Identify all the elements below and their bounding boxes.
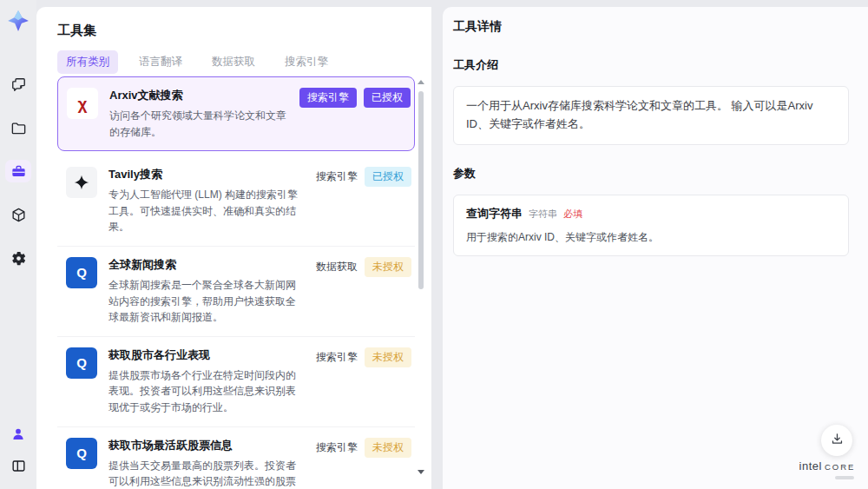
category-tabs: 所有类别 语言翻译 数据获取 搜索引擎: [57, 50, 337, 74]
panels-icon: [10, 458, 27, 474]
tab-all-categories[interactable]: 所有类别: [57, 50, 118, 74]
status-badge: 未授权: [365, 438, 411, 458]
scroll-up-arrow-icon[interactable]: [418, 80, 424, 84]
list-scrollbar[interactable]: [418, 80, 424, 485]
intro-text: 一个用于从Arxiv存储库搜索科学论文和文章的工具。 输入可以是Arxiv ID…: [466, 97, 836, 134]
sidebar-item-collapse[interactable]: [5, 454, 31, 477]
category-label: 搜索引擎: [316, 167, 358, 187]
tool-description: 专为人工智能代理 (LLM) 构建的搜索引擎工具。可快速提供实时、准确和真实的结…: [108, 187, 305, 235]
tool-card-tavily[interactable]: Tavily搜索 专为人工智能代理 (LLM) 构建的搜索引擎工具。可快速提供实…: [57, 156, 415, 247]
tool-list: χ Arxiv文献搜索 访问各个研究领域大量科学论文和文章的存储库。 搜索引擎 …: [57, 76, 415, 489]
intel-core-logo: intelCORE: [799, 458, 856, 479]
tool-card-arxiv[interactable]: χ Arxiv文献搜索 访问各个研究领域大量科学论文和文章的存储库。 搜索引擎 …: [57, 76, 415, 151]
sidebar-item-plugins[interactable]: [5, 203, 31, 226]
sidebar-item-chat[interactable]: [5, 73, 31, 96]
tool-description: 访问各个研究领域大量科学论文和文章的存储库。: [109, 108, 288, 140]
folder-icon: [10, 120, 27, 136]
app-logo-icon[interactable]: [7, 9, 30, 33]
status-badge: 已授权: [364, 88, 411, 108]
intro-heading: 工具介绍: [453, 57, 849, 73]
sidebar-item-settings[interactable]: [5, 247, 31, 269]
param-name: 查询字符串: [466, 206, 523, 221]
stock-search-icon: Q: [66, 347, 97, 379]
sparkle-icon: [66, 167, 97, 198]
tool-name: Tavily搜索: [108, 167, 305, 182]
arxiv-icon: χ: [67, 88, 98, 119]
detail-title: 工具详情: [453, 19, 849, 35]
tool-card-stock-sectors[interactable]: Q 获取股市各行业表现 提供股票市场各个行业在特定时间段内的表现。投资者可以利用…: [57, 337, 415, 427]
chat-icon: [10, 76, 27, 93]
page-title: 工具集: [57, 23, 96, 39]
tool-card-global-news[interactable]: Q 全球新闻搜索 全球新闻搜索是一个聚合全球各大新闻网站内容的搜索引擎，帮助用户…: [57, 247, 415, 337]
download-icon: [830, 432, 845, 450]
param-description: 用于搜索的Arxiv ID、关键字或作者姓名。: [466, 229, 836, 245]
tool-description: 全球新闻搜索是一个聚合全球各大新闻网站内容的搜索引擎，帮助用户快速获取全球最新资…: [108, 277, 305, 326]
toolbox-icon: [10, 163, 27, 180]
param-required-flag: 必填: [563, 208, 582, 221]
tool-name: 获取股市各行业表现: [108, 347, 305, 363]
tool-description: 提供股票市场各个行业在特定时间段内的表现。投资者可以利用这些信息来识别表现优于或…: [108, 367, 305, 416]
gear-icon: [10, 250, 27, 267]
tab-search-engine[interactable]: 搜索引擎: [276, 50, 337, 74]
cube-icon: [10, 207, 27, 223]
download-button[interactable]: [821, 425, 852, 456]
category-label: 搜索引擎: [316, 347, 358, 367]
scroll-down-arrow-icon[interactable]: [418, 470, 424, 474]
sidebar-item-files[interactable]: [5, 116, 31, 139]
intel-wordmark: intel: [799, 459, 822, 472]
intro-card: 一个用于从Arxiv存储库搜索科学论文和文章的工具。 输入可以是Arxiv ID…: [453, 86, 849, 145]
intel-core-sub-badge: [835, 476, 854, 479]
tool-name: 获取市场最活跃股票信息: [108, 438, 305, 453]
tool-name: 全球新闻搜索: [108, 257, 305, 273]
sidebar-item-profile[interactable]: [5, 423, 31, 446]
scrollbar-thumb[interactable]: [418, 91, 424, 289]
app-sidebar: [0, 0, 36, 489]
tool-card-active-stocks[interactable]: Q 获取市场最活跃股票信息 提供当天交易量最高的股票列表。投资者可以利用这些信息…: [57, 427, 415, 489]
sidebar-item-tools[interactable]: [5, 160, 31, 182]
stock-search-icon: Q: [66, 438, 97, 469]
param-type: 字符串: [529, 208, 557, 221]
tab-data-fetch[interactable]: 数据获取: [203, 50, 264, 74]
category-badge: 搜索引擎: [299, 88, 357, 108]
status-badge: 未授权: [365, 257, 411, 277]
tool-list-panel: 工具集 所有类别 语言翻译 数据获取 搜索引擎 χ Arxiv文献搜索 访问各个…: [36, 7, 431, 489]
status-badge: 未授权: [365, 347, 411, 367]
params-heading: 参数: [453, 166, 849, 182]
tool-name: Arxiv文献搜索: [109, 88, 288, 103]
user-icon: [10, 426, 26, 442]
tool-detail-panel: 工具详情 工具介绍 一个用于从Arxiv存储库搜索科学论文和文章的工具。 输入可…: [443, 7, 868, 489]
category-label: 搜索引擎: [316, 438, 358, 458]
category-label: 数据获取: [316, 257, 358, 277]
tool-description: 提供当天交易量最高的股票列表。投资者可以利用这些信息来识别流动性强的股票和潜在的…: [108, 458, 305, 489]
tab-language-translation[interactable]: 语言翻译: [130, 50, 191, 74]
param-card: 查询字符串 字符串 必填 用于搜索的Arxiv ID、关键字或作者姓名。: [453, 195, 849, 256]
core-wordmark: CORE: [825, 462, 855, 472]
status-badge: 已授权: [365, 167, 411, 187]
news-search-icon: Q: [66, 257, 97, 288]
